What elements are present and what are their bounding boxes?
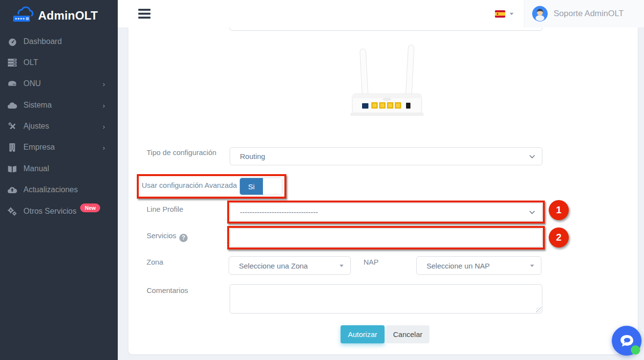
tipo-configuracion-value: Routing	[240, 152, 529, 160]
olt-server-icon	[7, 58, 18, 68]
cutoff-field[interactable]	[230, 27, 542, 31]
language-dropdown[interactable]	[495, 8, 514, 19]
sidebar-item-empresa[interactable]: Empresa ›	[0, 140, 118, 154]
cancel-button[interactable]: Cancelar	[386, 325, 429, 343]
zona-select[interactable]: Seleccione una Zona	[229, 256, 351, 275]
gears-icon	[7, 206, 18, 216]
caret-down-icon	[340, 265, 343, 267]
caret-down-icon	[510, 13, 514, 15]
resize-grip[interactable]	[536, 307, 541, 313]
topbar: Soporte AdminOLT	[118, 0, 644, 27]
brand-logo[interactable]: AdminOLT	[0, 5, 118, 26]
question-circle-icon[interactable]: ?	[179, 234, 188, 242]
line-profile-value: --------------------------------	[240, 208, 529, 216]
servicios-label-text: Servicios	[147, 231, 176, 240]
sidebar-item-otros-servicios[interactable]: Otros Servicios New	[0, 204, 118, 218]
sidebar-item-label: Ajustes	[23, 122, 49, 131]
sidebar-item-label: Empresa	[23, 143, 55, 152]
nap-value: Seleccione un NAP	[427, 262, 530, 270]
usar-config-avanzada-label: Usar configuración Avanzada	[142, 181, 237, 189]
tipo-configuracion-label: Tipo de configuración	[147, 148, 216, 157]
chevron-right-icon: ›	[103, 80, 105, 88]
sidebar-item-olt[interactable]: OLT	[0, 56, 118, 69]
user-menu[interactable]: Soporte AdminOLT	[524, 0, 644, 27]
annotation-step-2: 2	[549, 227, 569, 248]
cloud-upload-icon	[7, 185, 18, 195]
line-profile-label: Line Profile	[147, 205, 183, 213]
sidebar-item-label: Actualizaciones	[23, 185, 78, 194]
comentarios-label: Comentarios	[147, 286, 188, 294]
avanzada-toggle[interactable]: Si	[239, 178, 282, 195]
sidebar-item-label: Dashboard	[23, 37, 62, 46]
app-window: AdminOLT Dashboard OLT ONU › Siste	[0, 0, 644, 360]
zona-label: Zona	[147, 258, 163, 266]
chevron-down-icon	[529, 210, 535, 214]
sidebar-item-dashboard[interactable]: Dashboard	[0, 35, 118, 48]
nap-label: NAP	[364, 258, 379, 266]
toggle-knob	[263, 178, 282, 195]
sidebar-item-label: Sistema	[23, 101, 52, 110]
line-profile-select[interactable]: --------------------------------	[230, 203, 542, 221]
new-badge: New	[80, 203, 100, 212]
tools-icon	[7, 121, 18, 131]
user-avatar	[532, 6, 548, 22]
chevron-right-icon: ›	[103, 143, 105, 152]
brand-name: AdminOLT	[38, 9, 98, 22]
sidebar-item-sistema[interactable]: Sistema ›	[0, 98, 118, 112]
authorize-button[interactable]: Autorizar	[341, 325, 385, 343]
toggle-on-label: Si	[240, 178, 263, 195]
sidebar-item-actualizaciones[interactable]: Actualizaciones	[0, 183, 118, 197]
sidebar-item-label: ONU	[23, 79, 41, 88]
book-icon	[7, 164, 18, 174]
config-form-card: Tipo de configuración Routing Usar confi…	[129, 27, 638, 354]
sidebar: AdminOLT Dashboard OLT ONU › Siste	[0, 0, 118, 360]
chevron-right-icon: ›	[103, 101, 105, 110]
sidebar-item-label: Manual	[23, 164, 49, 173]
chat-bubble-icon	[620, 334, 634, 348]
spain-flag-icon	[495, 10, 505, 18]
user-name: Soporte AdminOLT	[554, 9, 623, 19]
cloud-icon	[7, 100, 18, 110]
caret-down-icon	[530, 265, 534, 267]
gauge-icon	[7, 37, 18, 46]
servicios-input[interactable]	[230, 228, 542, 247]
sidebar-item-label: OLT	[23, 58, 38, 67]
servicios-label: Servicios?	[147, 231, 188, 242]
annotation-step-1: 1	[549, 200, 569, 220]
hamburger-menu-icon[interactable]	[138, 9, 150, 19]
sidebar-item-ajustes[interactable]: Ajustes ›	[0, 119, 118, 133]
tipo-configuracion-select[interactable]: Routing	[230, 147, 542, 165]
building-icon	[7, 142, 18, 152]
zona-value: Seleccione una Zona	[239, 262, 340, 270]
online-status-dot	[631, 345, 640, 355]
nap-select[interactable]: Seleccione un NAP	[416, 256, 541, 275]
sidebar-item-label: Otros Servicios	[23, 207, 76, 216]
sidebar-item-manual[interactable]: Manual	[0, 162, 118, 176]
sidebar-item-onu[interactable]: ONU ›	[0, 77, 118, 90]
main-content: Tipo de configuración Routing Usar confi…	[118, 27, 644, 360]
cloud-olt-logo-icon	[12, 6, 34, 25]
chevron-right-icon: ›	[103, 122, 105, 131]
onu-router-image	[347, 44, 426, 123]
comentarios-textarea[interactable]	[230, 284, 542, 314]
onu-device-icon	[7, 79, 18, 89]
chevron-down-icon	[529, 155, 535, 158]
